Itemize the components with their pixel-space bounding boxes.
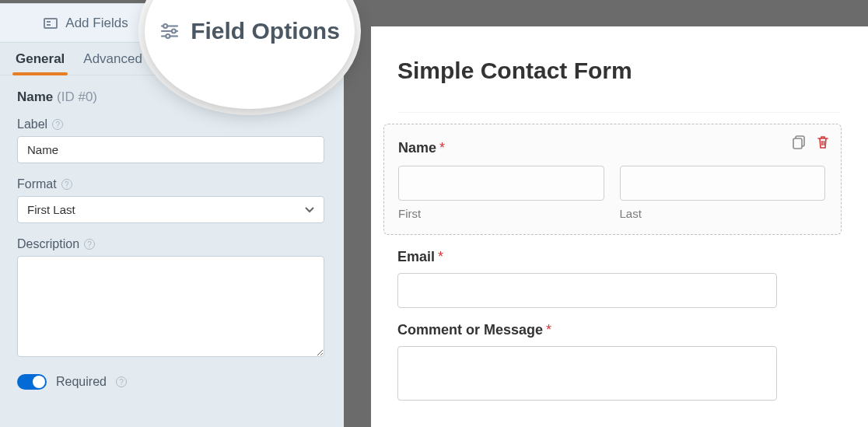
subtab-advanced[interactable]: Advanced xyxy=(83,51,142,75)
required-star: * xyxy=(546,322,551,338)
first-name-input[interactable] xyxy=(398,166,604,201)
comment-textarea[interactable] xyxy=(397,346,777,401)
preview-comment-label: Comment or Message* xyxy=(397,322,840,338)
label-input[interactable] xyxy=(17,136,324,163)
add-fields-icon xyxy=(44,18,58,29)
preview-field-comment[interactable]: Comment or Message* xyxy=(397,322,840,401)
field-actions xyxy=(793,135,830,149)
group-label: Label ? xyxy=(17,117,327,163)
preview-email-label-text: Email xyxy=(397,249,435,264)
svg-point-5 xyxy=(166,34,170,38)
svg-rect-7 xyxy=(793,138,802,149)
tab-add-fields-label: Add Fields xyxy=(65,16,128,31)
help-icon[interactable]: ? xyxy=(116,376,127,387)
format-label: Format ? xyxy=(17,177,327,191)
help-icon[interactable]: ? xyxy=(61,179,72,190)
format-label-text: Format xyxy=(17,177,57,191)
first-name-col: First xyxy=(398,166,604,220)
duplicate-icon[interactable] xyxy=(793,135,807,149)
preview-field-name[interactable]: Name* First Last xyxy=(383,124,842,235)
last-name-col: Last xyxy=(620,166,826,220)
help-icon[interactable]: ? xyxy=(84,239,95,250)
panel-body: Name (ID #0) Label ? Format ? First Last… xyxy=(0,75,344,404)
divider xyxy=(397,112,840,113)
subtab-general[interactable]: General xyxy=(16,51,65,75)
field-header-id: (ID #0) xyxy=(57,89,97,104)
format-select[interactable]: First Last xyxy=(17,196,324,223)
description-label: Description ? xyxy=(17,237,327,251)
last-sublabel: Last xyxy=(620,207,826,220)
form-preview: Simple Contact Form Name* First xyxy=(371,26,868,427)
delete-icon[interactable] xyxy=(816,135,830,149)
name-row: First Last xyxy=(398,166,825,220)
required-star: * xyxy=(439,140,445,156)
preview-name-label: Name* xyxy=(398,140,825,156)
required-star: * xyxy=(438,249,443,264)
last-name-input[interactable] xyxy=(620,166,826,201)
label-label: Label ? xyxy=(17,117,327,131)
sliders-icon xyxy=(159,23,180,40)
field-header-name: Name xyxy=(17,89,53,104)
first-sublabel: First xyxy=(398,207,604,220)
magnify-title: Field Options xyxy=(191,18,340,44)
preview-field-email[interactable]: Email* xyxy=(397,249,840,308)
label-label-text: Label xyxy=(17,117,47,131)
preview-email-label: Email* xyxy=(397,249,840,265)
required-row: Required ? xyxy=(17,374,327,390)
left-gray-strip xyxy=(344,0,371,427)
svg-point-3 xyxy=(172,30,176,33)
top-gray-strip xyxy=(344,0,868,26)
description-label-text: Description xyxy=(17,237,79,251)
description-textarea[interactable] xyxy=(17,256,324,357)
group-format: Format ? First Last xyxy=(17,177,327,223)
svg-point-1 xyxy=(163,24,167,28)
email-input[interactable] xyxy=(397,273,777,308)
required-toggle[interactable] xyxy=(17,374,47,390)
form-title: Simple Contact Form xyxy=(371,26,868,112)
help-icon[interactable]: ? xyxy=(52,119,63,130)
preview-comment-label-text: Comment or Message xyxy=(397,322,543,338)
required-label: Required xyxy=(56,375,107,389)
group-description: Description ? xyxy=(17,237,327,360)
preview-name-label-text: Name xyxy=(398,140,436,156)
